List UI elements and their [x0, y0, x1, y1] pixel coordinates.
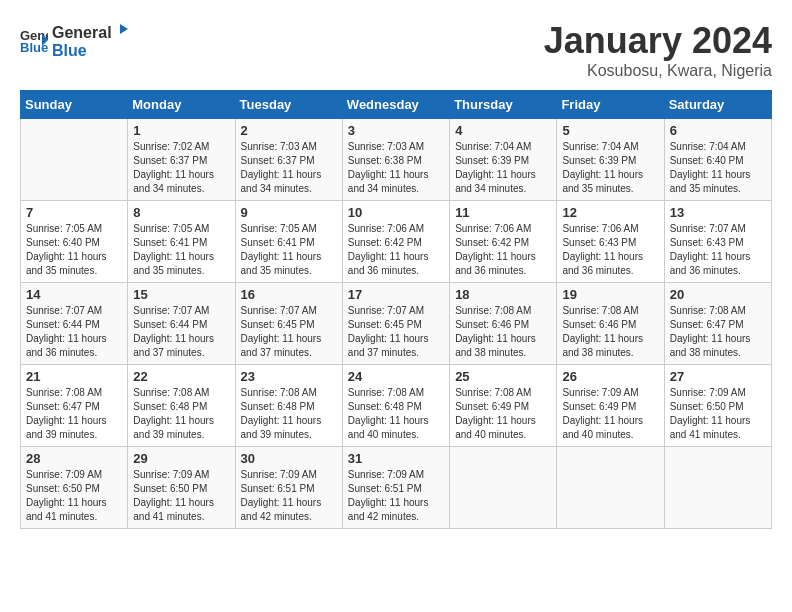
- day-info: Sunrise: 7:07 AM Sunset: 6:45 PM Dayligh…: [241, 304, 337, 360]
- day-info: Sunrise: 7:07 AM Sunset: 6:43 PM Dayligh…: [670, 222, 766, 278]
- day-info: Sunrise: 7:09 AM Sunset: 6:50 PM Dayligh…: [670, 386, 766, 442]
- day-number: 20: [670, 287, 766, 302]
- header-saturday: Saturday: [664, 91, 771, 119]
- logo-general: General: [52, 24, 112, 42]
- logo-arrow-icon: [114, 20, 132, 38]
- day-number: 11: [455, 205, 551, 220]
- day-number: 27: [670, 369, 766, 384]
- calendar-cell: 5Sunrise: 7:04 AM Sunset: 6:39 PM Daylig…: [557, 119, 664, 201]
- logo: General Blue General Blue: [20, 20, 134, 60]
- calendar-cell: 9Sunrise: 7:05 AM Sunset: 6:41 PM Daylig…: [235, 201, 342, 283]
- calendar-table: SundayMondayTuesdayWednesdayThursdayFrid…: [20, 90, 772, 529]
- day-number: 23: [241, 369, 337, 384]
- day-info: Sunrise: 7:08 AM Sunset: 6:48 PM Dayligh…: [133, 386, 229, 442]
- day-info: Sunrise: 7:05 AM Sunset: 6:41 PM Dayligh…: [241, 222, 337, 278]
- calendar-cell: 25Sunrise: 7:08 AM Sunset: 6:49 PM Dayli…: [450, 365, 557, 447]
- calendar-cell: 8Sunrise: 7:05 AM Sunset: 6:41 PM Daylig…: [128, 201, 235, 283]
- calendar-cell: 15Sunrise: 7:07 AM Sunset: 6:44 PM Dayli…: [128, 283, 235, 365]
- day-info: Sunrise: 7:04 AM Sunset: 6:39 PM Dayligh…: [455, 140, 551, 196]
- calendar-cell: 30Sunrise: 7:09 AM Sunset: 6:51 PM Dayli…: [235, 447, 342, 529]
- day-info: Sunrise: 7:05 AM Sunset: 6:41 PM Dayligh…: [133, 222, 229, 278]
- day-info: Sunrise: 7:09 AM Sunset: 6:51 PM Dayligh…: [241, 468, 337, 524]
- calendar-cell: 26Sunrise: 7:09 AM Sunset: 6:49 PM Dayli…: [557, 365, 664, 447]
- day-number: 19: [562, 287, 658, 302]
- day-number: 28: [26, 451, 122, 466]
- day-info: Sunrise: 7:09 AM Sunset: 6:51 PM Dayligh…: [348, 468, 444, 524]
- day-number: 9: [241, 205, 337, 220]
- day-number: 15: [133, 287, 229, 302]
- calendar-cell: [557, 447, 664, 529]
- day-number: 5: [562, 123, 658, 138]
- calendar-cell: 21Sunrise: 7:08 AM Sunset: 6:47 PM Dayli…: [21, 365, 128, 447]
- calendar-cell: 13Sunrise: 7:07 AM Sunset: 6:43 PM Dayli…: [664, 201, 771, 283]
- day-info: Sunrise: 7:08 AM Sunset: 6:48 PM Dayligh…: [348, 386, 444, 442]
- calendar-cell: 29Sunrise: 7:09 AM Sunset: 6:50 PM Dayli…: [128, 447, 235, 529]
- calendar-cell: 23Sunrise: 7:08 AM Sunset: 6:48 PM Dayli…: [235, 365, 342, 447]
- day-number: 30: [241, 451, 337, 466]
- day-info: Sunrise: 7:06 AM Sunset: 6:42 PM Dayligh…: [455, 222, 551, 278]
- day-number: 24: [348, 369, 444, 384]
- header-monday: Monday: [128, 91, 235, 119]
- day-number: 26: [562, 369, 658, 384]
- location-title: Kosubosu, Kwara, Nigeria: [544, 62, 772, 80]
- day-number: 18: [455, 287, 551, 302]
- calendar-cell: 10Sunrise: 7:06 AM Sunset: 6:42 PM Dayli…: [342, 201, 449, 283]
- day-info: Sunrise: 7:06 AM Sunset: 6:43 PM Dayligh…: [562, 222, 658, 278]
- day-number: 31: [348, 451, 444, 466]
- day-number: 4: [455, 123, 551, 138]
- day-number: 25: [455, 369, 551, 384]
- calendar-cell: 1Sunrise: 7:02 AM Sunset: 6:37 PM Daylig…: [128, 119, 235, 201]
- day-info: Sunrise: 7:05 AM Sunset: 6:40 PM Dayligh…: [26, 222, 122, 278]
- calendar-header-row: SundayMondayTuesdayWednesdayThursdayFrid…: [21, 91, 772, 119]
- calendar-cell: 3Sunrise: 7:03 AM Sunset: 6:38 PM Daylig…: [342, 119, 449, 201]
- logo-icon: General Blue: [20, 26, 48, 54]
- day-info: Sunrise: 7:04 AM Sunset: 6:40 PM Dayligh…: [670, 140, 766, 196]
- day-info: Sunrise: 7:08 AM Sunset: 6:46 PM Dayligh…: [455, 304, 551, 360]
- calendar-cell: 4Sunrise: 7:04 AM Sunset: 6:39 PM Daylig…: [450, 119, 557, 201]
- day-info: Sunrise: 7:03 AM Sunset: 6:37 PM Dayligh…: [241, 140, 337, 196]
- header-sunday: Sunday: [21, 91, 128, 119]
- calendar-cell: 19Sunrise: 7:08 AM Sunset: 6:46 PM Dayli…: [557, 283, 664, 365]
- day-number: 1: [133, 123, 229, 138]
- day-info: Sunrise: 7:07 AM Sunset: 6:44 PM Dayligh…: [26, 304, 122, 360]
- day-info: Sunrise: 7:08 AM Sunset: 6:49 PM Dayligh…: [455, 386, 551, 442]
- calendar-cell: [21, 119, 128, 201]
- header-wednesday: Wednesday: [342, 91, 449, 119]
- title-area: January 2024 Kosubosu, Kwara, Nigeria: [544, 20, 772, 80]
- calendar-cell: 16Sunrise: 7:07 AM Sunset: 6:45 PM Dayli…: [235, 283, 342, 365]
- day-info: Sunrise: 7:09 AM Sunset: 6:50 PM Dayligh…: [133, 468, 229, 524]
- calendar-week-0: 1Sunrise: 7:02 AM Sunset: 6:37 PM Daylig…: [21, 119, 772, 201]
- calendar-cell: 31Sunrise: 7:09 AM Sunset: 6:51 PM Dayli…: [342, 447, 449, 529]
- header-friday: Friday: [557, 91, 664, 119]
- day-number: 2: [241, 123, 337, 138]
- calendar-cell: 2Sunrise: 7:03 AM Sunset: 6:37 PM Daylig…: [235, 119, 342, 201]
- calendar-cell: 22Sunrise: 7:08 AM Sunset: 6:48 PM Dayli…: [128, 365, 235, 447]
- calendar-cell: 24Sunrise: 7:08 AM Sunset: 6:48 PM Dayli…: [342, 365, 449, 447]
- calendar-cell: [664, 447, 771, 529]
- day-number: 22: [133, 369, 229, 384]
- day-info: Sunrise: 7:08 AM Sunset: 6:47 PM Dayligh…: [670, 304, 766, 360]
- day-number: 13: [670, 205, 766, 220]
- header-tuesday: Tuesday: [235, 91, 342, 119]
- day-info: Sunrise: 7:06 AM Sunset: 6:42 PM Dayligh…: [348, 222, 444, 278]
- day-info: Sunrise: 7:04 AM Sunset: 6:39 PM Dayligh…: [562, 140, 658, 196]
- calendar-cell: 20Sunrise: 7:08 AM Sunset: 6:47 PM Dayli…: [664, 283, 771, 365]
- calendar-week-1: 7Sunrise: 7:05 AM Sunset: 6:40 PM Daylig…: [21, 201, 772, 283]
- day-number: 12: [562, 205, 658, 220]
- day-info: Sunrise: 7:08 AM Sunset: 6:48 PM Dayligh…: [241, 386, 337, 442]
- day-info: Sunrise: 7:09 AM Sunset: 6:50 PM Dayligh…: [26, 468, 122, 524]
- logo-blue: Blue: [52, 42, 87, 59]
- calendar-week-2: 14Sunrise: 7:07 AM Sunset: 6:44 PM Dayli…: [21, 283, 772, 365]
- header: General Blue General Blue January 2024 K…: [20, 20, 772, 80]
- day-info: Sunrise: 7:07 AM Sunset: 6:44 PM Dayligh…: [133, 304, 229, 360]
- day-number: 8: [133, 205, 229, 220]
- svg-marker-3: [120, 24, 128, 34]
- day-info: Sunrise: 7:03 AM Sunset: 6:38 PM Dayligh…: [348, 140, 444, 196]
- day-info: Sunrise: 7:08 AM Sunset: 6:47 PM Dayligh…: [26, 386, 122, 442]
- header-thursday: Thursday: [450, 91, 557, 119]
- day-number: 16: [241, 287, 337, 302]
- day-number: 14: [26, 287, 122, 302]
- day-number: 3: [348, 123, 444, 138]
- calendar-cell: 11Sunrise: 7:06 AM Sunset: 6:42 PM Dayli…: [450, 201, 557, 283]
- day-number: 7: [26, 205, 122, 220]
